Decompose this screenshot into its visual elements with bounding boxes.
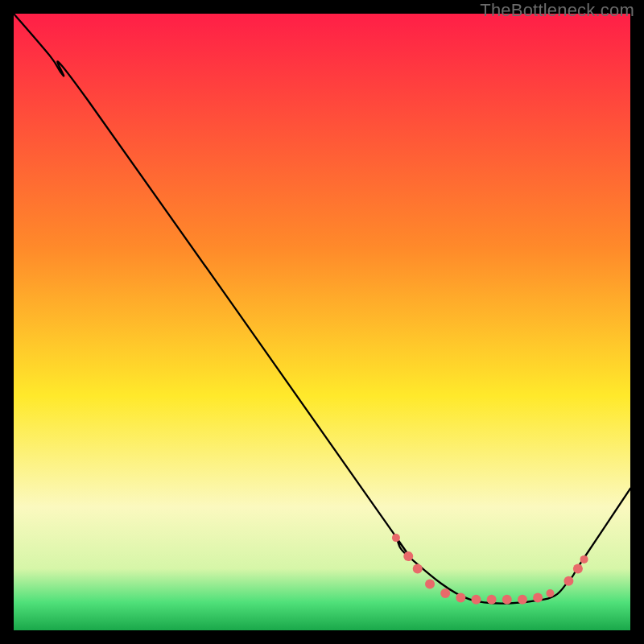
marker-point [580, 555, 588, 564]
marker-point [392, 534, 400, 542]
marker-point [472, 595, 481, 605]
marker-point [546, 589, 554, 597]
watermark-text: TheBottleneck.com [480, 0, 634, 21]
marker-point [403, 551, 413, 561]
marker-point [533, 592, 543, 602]
chart-stage: TheBottleneck.com [0, 0, 644, 644]
marker-point [502, 595, 512, 605]
marker-point [573, 564, 583, 573]
marker-point [425, 580, 435, 589]
marker-point [456, 592, 465, 602]
marker-point [440, 588, 450, 598]
marker-point [413, 564, 423, 573]
marker-point [564, 576, 573, 586]
plot-area [14, 14, 630, 630]
curve-layer [14, 14, 630, 630]
bottleneck-curve [14, 14, 630, 604]
marker-point [487, 595, 497, 605]
marker-point [518, 595, 527, 605]
